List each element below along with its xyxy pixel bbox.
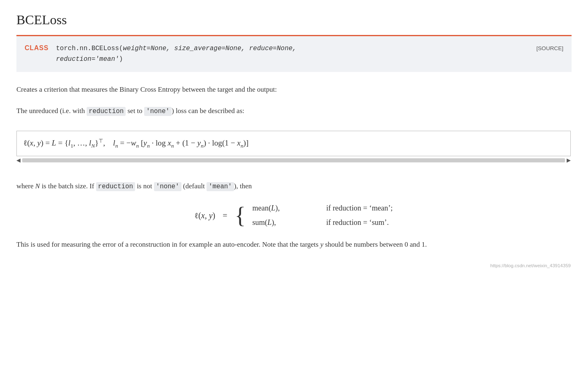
case1-condition: if reduction = ‘mean’; — [326, 203, 393, 214]
piecewise-formula: ℓ(x, y) = { mean(L), if reduction = ‘mea… — [16, 203, 571, 229]
math-scroll-container[interactable]: ℓ(x, y) = L = {l1, …, lN}⊤, ln = −wn [yn… — [16, 131, 571, 156]
code-none-1: 'none' — [144, 107, 172, 116]
piecewise-cases: mean(L), if reduction = ‘mean’; sum(L), … — [252, 203, 393, 229]
class-keyword-label: CLASS — [25, 44, 48, 52]
case2-condition: if reduction = ‘sum’. — [326, 217, 393, 229]
class-signature: torch.nn.BCELoss(weight=None, size_avera… — [56, 44, 296, 65]
code-reduction-2: reduction — [96, 182, 135, 191]
math-formula-text: ℓ(x, y) = L = {l1, …, lN}⊤, ln = −wn [yn… — [23, 136, 564, 151]
math-scrollbar-row: ◀ ▶ — [16, 157, 571, 164]
paragraph-2: The unreduced (i.e. with reduction set t… — [16, 105, 571, 118]
piecewise-lhs: ℓ(x, y) — [195, 211, 216, 220]
piecewise-brace: { — [235, 204, 246, 227]
scroll-left-arrow[interactable]: ◀ — [16, 157, 21, 164]
piecewise-case-2: sum(L), if reduction = ‘sum’. — [252, 217, 393, 229]
scroll-track[interactable] — [22, 158, 565, 162]
footer-link: https://blog.csdn.net/weixin_43914359 — [16, 263, 571, 268]
code-mean-1: 'mean' — [207, 182, 234, 191]
class-sig-line1: torch.nn.BCELoss(weight=None, size_avera… — [56, 45, 296, 52]
source-link[interactable]: [SOURCE] — [536, 45, 563, 51]
case2-expression: sum(L), — [252, 217, 326, 229]
class-definition-box: CLASS torch.nn.BCELoss(weight=None, size… — [16, 36, 572, 72]
class-sig-line2: reduction='mean') — [56, 56, 123, 63]
case1-expression: mean(L), — [252, 203, 326, 214]
paragraph-4: This is used for measuring the error of … — [16, 238, 571, 251]
scroll-right-arrow[interactable]: ▶ — [567, 157, 571, 164]
page-title: BCELoss — [16, 12, 572, 28]
math-formula-block: ℓ(x, y) = L = {l1, …, lN}⊤, ln = −wn [yn… — [16, 127, 571, 173]
italic-N: N — [35, 182, 40, 190]
class-left-content: CLASS torch.nn.BCELoss(weight=None, size… — [25, 44, 296, 65]
main-content: Creates a criterion that measures the Bi… — [16, 83, 571, 268]
paragraph-3: where N is the batch size. If reduction … — [16, 180, 571, 193]
code-reduction-1: reduction — [87, 107, 126, 116]
piecewise-equals: = — [223, 211, 227, 220]
code-none-2: 'none' — [154, 182, 181, 191]
piecewise-case-1: mean(L), if reduction = ‘mean’; — [252, 203, 393, 214]
paragraph-1: Creates a criterion that measures the Bi… — [16, 83, 571, 96]
